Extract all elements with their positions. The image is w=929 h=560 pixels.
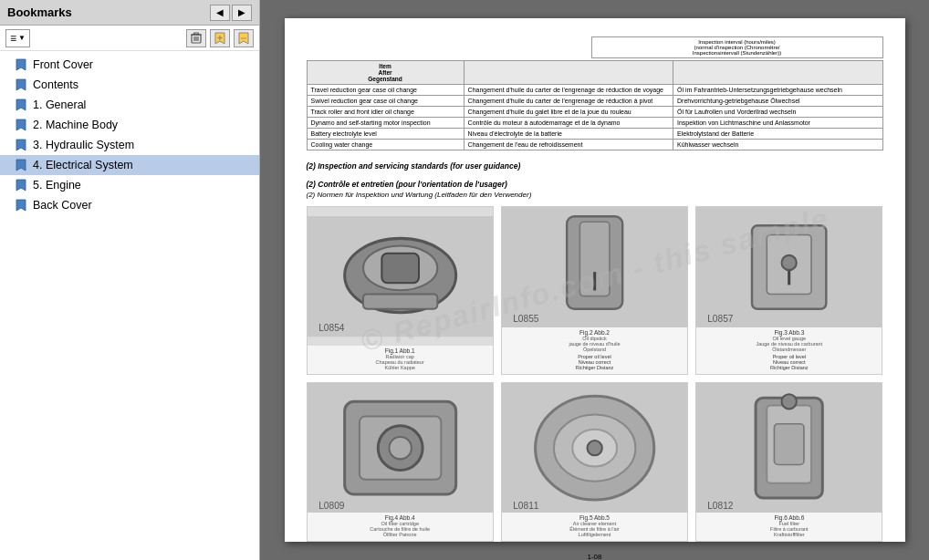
svg-rect-5 [194, 33, 199, 35]
figure-1-sublabel: Radiator capChapeau du radiateurKühler K… [376, 354, 424, 370]
svg-point-11 [243, 37, 245, 39]
bookmark-options-button[interactable] [234, 29, 254, 47]
radiator-cap-svg: L0854 [308, 207, 493, 346]
figure-2-proper-level: Proper oil levelNiveau correctRichtiger … [576, 354, 614, 370]
bookmark-icon [15, 119, 27, 131]
svg-marker-19 [16, 180, 26, 191]
sidebar-item-machine-body[interactable]: 2. Machine Body [0, 115, 259, 135]
sidebar-item-general[interactable]: 1. General [0, 95, 259, 115]
table-header-de [673, 61, 882, 85]
add-bookmark-icon [214, 32, 225, 45]
sidebar-item-front-cover[interactable]: Front Cover [0, 55, 259, 75]
figures-row-1: L0854 Fig.1 Abb.1 Radiator capChapeau du… [307, 206, 883, 375]
trash-icon [191, 32, 202, 44]
svg-rect-53 [775, 424, 805, 465]
bookmark-icon [15, 199, 27, 212]
document-viewer[interactable]: © RepairInfo.com - this sample Inspectio… [260, 0, 929, 560]
bookmark-icon [15, 78, 27, 91]
svg-marker-20 [16, 200, 26, 211]
figure-3-proper-level: Proper oil levelNiveau correctRichtiger … [770, 354, 809, 370]
bookmarks-header: Bookmarks ◀ ▶ [0, 0, 259, 26]
air-cleaner-svg: L0811 [502, 383, 687, 513]
table-header-item: ItemAfterGegenstand [307, 61, 464, 85]
nav-prev-button[interactable]: ◀ [210, 5, 230, 21]
svg-marker-14 [16, 79, 26, 90]
section2-heading-fr: (2) Contrôle et entretien (pour l'orient… [307, 180, 883, 189]
table-row: Travel reduction gear case oil change Ch… [307, 85, 882, 96]
figure-6-sublabel: Fuel filterFiltre à carburantKrafttstoff… [770, 521, 809, 537]
figure-6-label: Fig.6 Abb.6 [774, 514, 804, 521]
figure-1-image: L0854 [308, 207, 493, 346]
options-bookmark-icon [238, 32, 249, 45]
figure-4-sublabel: Oil filter cartridgeCartouche de filtre … [370, 521, 430, 537]
svg-text:L0812: L0812 [707, 501, 734, 511]
header-nav-buttons: ◀ ▶ [210, 5, 252, 21]
sidebar-item-label: 1. General [33, 99, 86, 111]
svg-point-36 [782, 255, 797, 270]
figure-2: L0855 Fig.2 Abb.2 Oil dipstickjauge de n… [501, 206, 688, 375]
sidebar-item-contents[interactable]: Contents [0, 75, 259, 95]
svg-point-54 [782, 394, 797, 409]
svg-marker-15 [16, 99, 26, 110]
table-row: Swivel reduction gear case oil change Ch… [307, 96, 882, 107]
figure-1: L0854 Fig.1 Abb.1 Radiator capChapeau du… [307, 206, 494, 375]
sidebar-item-electrical-system[interactable]: 4. Electrical System [0, 155, 259, 175]
table-row: Cooling water change Changement de l'eau… [307, 140, 882, 150]
svg-text:L0855: L0855 [513, 314, 539, 324]
bookmarks-panel: Bookmarks ◀ ▶ ≡ ▼ [0, 0, 260, 560]
figure-3-label: Fig.3 Abb.3 [774, 329, 804, 336]
svg-text:L0854: L0854 [318, 323, 345, 333]
svg-marker-13 [16, 59, 26, 70]
add-bookmark-button[interactable] [210, 29, 230, 47]
bookmark-icon [15, 58, 27, 71]
figure-2-image: L0855 [502, 207, 687, 327]
svg-rect-24 [381, 254, 419, 284]
inspection-interval-header: Inspection interval (hours/miles) (norma… [591, 36, 883, 58]
figure-5-sublabel: Air cleaner elementÉlément de filtre à l… [569, 521, 619, 537]
delete-bookmark-button[interactable] [186, 29, 206, 47]
svg-marker-18 [16, 160, 26, 171]
figure-5-image: L0811 [502, 383, 687, 513]
figure-3-image: L0857 [696, 207, 882, 327]
figure-6-image: L0812 [696, 383, 882, 513]
figure-4-label: Fig.4 Abb.4 [385, 514, 415, 521]
chevron-down-icon: ▼ [18, 34, 26, 42]
dropdown-label: ≡ [10, 32, 16, 45]
figure-4-image: L0809 [308, 383, 493, 513]
bookmarks-toolbar: ≡ ▼ [0, 26, 259, 51]
figure-3: L0857 Fig.3 Abb.3 Oil level gaugeJauge d… [695, 206, 882, 375]
svg-marker-16 [16, 119, 26, 130]
bookmark-icon [15, 99, 27, 111]
sidebar-item-engine[interactable]: 5. Engine [0, 175, 259, 195]
svg-text:L0857: L0857 [707, 314, 734, 324]
figure-1-label: Fig.1 Abb.1 [385, 347, 415, 354]
table-header-fr [464, 61, 673, 85]
svg-text:L0809: L0809 [318, 501, 345, 511]
section2-heading: (2) Inspection and servicing standards (… [307, 161, 883, 171]
sidebar-item-label: Front Cover [33, 58, 93, 71]
svg-rect-25 [362, 294, 436, 308]
page-number: 1-08 [307, 553, 883, 560]
bookmark-icon [15, 159, 27, 171]
figure-5: L0811 Fig.5 Abb.5 Air cleaner elementÉlé… [501, 382, 688, 542]
nav-next-button[interactable]: ▶ [232, 5, 252, 21]
table-row: Dynamo and self-starting motor inspectio… [307, 118, 882, 129]
figure-4: L0809 Fig.4 Abb.4 Oil filter cartridgeCa… [307, 382, 494, 542]
sidebar-item-back-cover[interactable]: Back Cover [0, 195, 259, 215]
view-dropdown[interactable]: ≡ ▼ [5, 29, 30, 47]
sidebar-item-label: 3. Hydraulic System [33, 139, 134, 151]
figure-3-sublabel: Oil level gaugeJauge de niveau de carbur… [756, 336, 822, 352]
sidebar-item-label: 2. Machine Body [33, 119, 118, 131]
svg-text:L0811: L0811 [513, 501, 539, 511]
oil-level-gauge-svg: L0857 [696, 207, 882, 327]
svg-marker-17 [16, 140, 26, 150]
svg-point-10 [241, 37, 243, 39]
inspection-table: ItemAfterGegenstand Travel reduction gea… [307, 60, 883, 150]
bookmark-icon [15, 139, 27, 151]
svg-point-48 [587, 441, 601, 455]
figure-2-sublabel: Oil dipstickjauge de niveau d'huileÖpels… [569, 336, 620, 352]
sidebar-item-hydraulic-system[interactable]: 3. Hydraulic System [0, 135, 259, 155]
table-row: Battery electrolyte level Niveau d'élect… [307, 129, 882, 140]
figures-row-2: L0809 Fig.4 Abb.4 Oil filter cartridgeCa… [307, 382, 883, 542]
figure-2-label: Fig.2 Abb.2 [579, 329, 610, 336]
